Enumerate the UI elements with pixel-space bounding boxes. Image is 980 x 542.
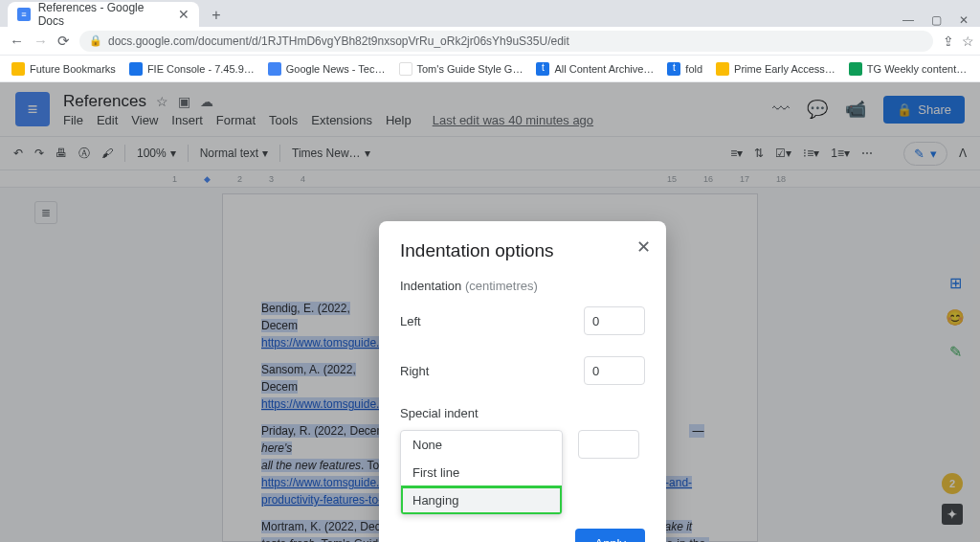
folder-icon [11, 62, 25, 76]
sheets-icon [849, 62, 862, 76]
site-icon: t [667, 62, 680, 76]
site-icon [268, 62, 281, 76]
star-icon[interactable]: ☆ [962, 34, 974, 49]
docs-app: ≡ References ☆ ▣ ☁ File Edit View Insert… [0, 82, 980, 542]
left-indent-label: Left [400, 314, 421, 328]
option-hanging[interactable]: Hanging [401, 486, 562, 514]
indentation-section-label: Indentation (centimetres) [400, 279, 645, 293]
special-indent-dropdown: None First line Hanging [400, 430, 563, 515]
left-indent-input[interactable] [584, 306, 645, 335]
close-dialog-icon[interactable]: ✕ [636, 237, 651, 258]
browser-tabstrip: ≡ References - Google Docs ✕ + — ▢ ✕ [0, 0, 980, 27]
back-icon[interactable]: ← [10, 33, 24, 49]
new-tab-button[interactable]: + [205, 4, 228, 27]
close-window-icon[interactable]: ✕ [959, 13, 969, 27]
extension-icons: ⇪ ☆ ⛓ H ◧ β ◆ II ✦ ☰ ▣ ⋮ [943, 32, 980, 50]
window-controls: — ▢ ✕ [902, 13, 980, 27]
share-page-icon[interactable]: ⇪ [943, 34, 954, 49]
site-icon [129, 62, 143, 76]
option-none[interactable]: None [401, 431, 562, 459]
bookmark-item[interactable]: tAll Content Archive… [536, 62, 654, 76]
minimize-icon[interactable]: — [902, 13, 914, 27]
docs-favicon-icon: ≡ [17, 8, 31, 21]
special-indent-label: Special indent [400, 406, 645, 420]
bookmark-item[interactable]: TG Weekly content… [849, 62, 967, 76]
dialog-title: Indentation options [400, 240, 645, 261]
indentation-options-dialog: ✕ Indentation options Indentation (centi… [379, 221, 666, 542]
browser-tab[interactable]: ≡ References - Google Docs ✕ [8, 2, 199, 27]
bookmark-item[interactable]: Future Bookmarks [11, 62, 116, 76]
apply-button[interactable]: Apply [575, 529, 645, 542]
address-bar: ← → ⟳ 🔒 docs.google.com/document/d/1RJTH… [0, 27, 980, 56]
bookmark-item[interactable]: Prime Early Access… [716, 62, 835, 76]
right-indent-label: Right [400, 364, 429, 378]
site-icon: t [536, 62, 549, 76]
option-first-line[interactable]: First line [401, 459, 562, 486]
bookmarks-bar: Future Bookmarks FIE Console - 7.45.9… G… [0, 56, 980, 82]
url-box[interactable]: 🔒 docs.google.com/document/d/1RJTHmD6vgY… [79, 31, 933, 52]
bookmark-item[interactable]: Tom's Guide Style G… [399, 62, 523, 76]
url-text: docs.google.com/document/d/1RJTHmD6vgYBh… [108, 34, 569, 48]
google-icon [399, 62, 412, 76]
right-indent-input[interactable] [584, 356, 645, 385]
forward-icon[interactable]: → [33, 33, 48, 49]
maximize-icon[interactable]: ▢ [931, 13, 942, 27]
bookmark-item[interactable]: tfold [667, 62, 702, 76]
reload-icon[interactable]: ⟳ [57, 33, 70, 50]
lock-icon: 🔒 [89, 34, 102, 47]
close-tab-icon[interactable]: ✕ [178, 7, 189, 22]
site-icon [716, 62, 729, 76]
special-indent-value-input[interactable] [578, 430, 639, 459]
bookmark-item[interactable]: FIE Console - 7.45.9… [129, 62, 255, 76]
bookmark-item[interactable]: Google News - Tec… [268, 62, 386, 76]
tab-title: References - Google Docs [38, 1, 170, 28]
